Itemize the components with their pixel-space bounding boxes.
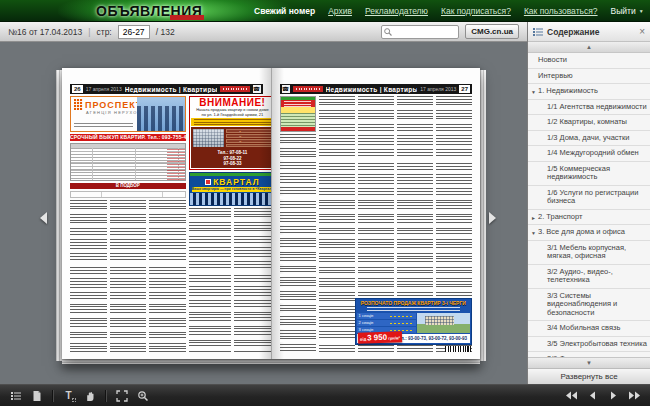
price-tag: від 3 950 грн/м² — [357, 331, 401, 344]
free-number-badge — [293, 86, 323, 92]
sidebar-item-intervyu[interactable]: Интервью — [528, 69, 650, 85]
fullscreen-button[interactable] — [113, 387, 130, 404]
building-complex-image — [417, 313, 470, 333]
attention-row: 3-комн. кв. — [226, 139, 271, 143]
book-spread: 26 17 апреля 2013 Недвижимость | Квартир… — [56, 68, 486, 364]
kvartal-skyline-image — [190, 193, 272, 205]
sidebar-item-1-5[interactable]: 1/5 Коммерческая недвижимость — [528, 162, 650, 186]
sidebar-item-1-6[interactable]: 1/6 Услуги по регистрации бизнеса — [528, 186, 650, 210]
page-field-label: стр: — [97, 27, 112, 37]
classifieds-columns — [70, 200, 186, 352]
scroll-up-button[interactable]: ▲ — [528, 42, 650, 53]
page-stack-right — [480, 70, 486, 361]
text-column — [319, 96, 355, 352]
sidebar-item-3-1[interactable]: 3/1 Мебель корпусная, мягкая, офисная — [528, 241, 650, 265]
toolbar-divider: | — [88, 27, 90, 37]
sidebar-item-1-1[interactable]: 1/1 Агентства недвижимости — [528, 100, 650, 116]
scroll-down-button[interactable]: ▼ — [528, 357, 650, 368]
contents-toggle-button[interactable] — [7, 387, 24, 404]
blue-ad-phones: Тел.: 93-00-73, 93-00-72, 93-00-93 — [396, 336, 467, 341]
page-date: 17 апреля 2013 — [86, 86, 122, 92]
sidebar-item-1-3[interactable]: 1/3 Дома, дачи, участки — [528, 131, 650, 147]
toolbar-divider — [52, 390, 53, 402]
sidebar-item-3-5[interactable]: 3/5 Электробытовая техника — [528, 337, 650, 353]
nav-how-to-use[interactable]: Как пользоваться? — [524, 6, 598, 16]
attention-ad: ВНИМАНИЕ! Начата продажа квартир в новом… — [189, 96, 272, 170]
city-skyline-image — [137, 97, 185, 131]
kvartal-title: КВАРТАЛ — [213, 177, 259, 187]
sidebar-item-3-3[interactable]: 3/3 Системы видеонаблюдения и безопаснос… — [528, 289, 650, 322]
sidebar-item-label: 1/5 Коммерческая недвижимость — [547, 164, 610, 182]
left-page-header: 26 17 апреля 2013 Недвижимость | Квартир… — [70, 84, 263, 94]
first-page-button[interactable] — [563, 387, 580, 404]
text-column — [149, 200, 186, 352]
bottom-toolbar: T — [0, 384, 650, 406]
fullscreen-icon — [116, 390, 128, 402]
pan-button[interactable] — [81, 387, 98, 404]
prev-page-icon — [588, 390, 597, 401]
sidebar-item-1-nedvizhimost[interactable]: ▼1. Недвижимость — [528, 84, 650, 100]
logout-label: Выйти — [611, 6, 636, 16]
expand-arrow-icon: ▼ — [531, 229, 536, 238]
close-icon[interactable]: × — [639, 27, 645, 37]
last-page-button[interactable] — [626, 387, 643, 404]
sidebar-item-3-4[interactable]: 3/4 Мобильная связь — [528, 321, 650, 337]
sidebar-item-3-dom-ofis[interactable]: ▼3. Все для дома и офиса — [528, 225, 650, 241]
building-render-image — [193, 129, 225, 147]
phone-icon: ☎ — [282, 85, 290, 93]
chevron-down-icon: ▼ — [639, 8, 644, 14]
hand-icon — [84, 390, 96, 402]
previous-page-arrow[interactable] — [40, 212, 47, 224]
search-icon — [383, 27, 393, 37]
attention-row: 2-комн. кв. — [226, 134, 271, 138]
last-page-icon — [628, 390, 641, 401]
prev-page-button[interactable] — [584, 387, 601, 404]
free-number-badge — [220, 86, 250, 92]
text-select-button[interactable]: T — [60, 387, 77, 404]
sidebar-item-1-4[interactable]: 1/4 Междугородний обмен — [528, 146, 650, 162]
sidebar-item-label: 2. Транспорт — [538, 212, 582, 221]
search-box — [381, 25, 459, 39]
sidebar-item-3-2[interactable]: 3/2 Аудио-, видео-, телетехника — [528, 265, 650, 289]
sidebar-item-label: 3/4 Мобильная связь — [547, 323, 620, 332]
sidebar-item-label: 1/2 Квартиры, комнаты — [547, 117, 627, 126]
zoom-in-button[interactable] — [134, 387, 151, 404]
text-column — [189, 208, 231, 352]
nav-archive[interactable]: Архив — [328, 6, 352, 16]
nav-how-to-subscribe[interactable]: Как подписаться? — [441, 6, 511, 16]
contents-icon — [10, 390, 22, 402]
sidebar-item-label: 1/3 Дома, дачи, участки — [547, 133, 629, 142]
page-date: 17 апреля 2013 — [420, 86, 456, 92]
right-page[interactable]: ☎ Недвижимость | Квартиры 17 апреля 2013… — [272, 68, 481, 359]
table-footer-bar: В ПОДБОР — [70, 183, 186, 189]
thumbnails-button[interactable] — [28, 387, 45, 404]
expand-arrow-icon: ▼ — [531, 88, 536, 97]
page-stack-bottom — [62, 359, 480, 364]
contents-sidebar: Содержание × ▲ Новости Интервью ▼1. Недв… — [527, 22, 650, 384]
page-number-input[interactable] — [118, 25, 150, 39]
contents-list: Новости Интервью ▼1. Недвижимость 1/1 Аг… — [528, 53, 650, 357]
cmg-site-button[interactable]: CMG.cn.ua — [465, 24, 519, 39]
attention-row: 1-комн. кв. — [226, 129, 271, 133]
logout-button[interactable]: Выйти ▼ — [611, 6, 644, 16]
nav-fresh-issue[interactable]: Свежий номер — [254, 6, 315, 16]
attention-body: 1-комн. кв. 2-комн. кв. 3-комн. кв. Парк… — [191, 127, 272, 149]
blue-ad-row: 2 секція — [357, 320, 416, 326]
kvartal-logo-icon — [205, 179, 211, 185]
expand-all-button[interactable]: Развернуть все — [528, 368, 650, 384]
sidebar-item-novosti[interactable]: Новости — [528, 53, 650, 69]
sidebar-item-3-6[interactable]: 3/6 Фототехника, видеокамеры — [528, 352, 650, 357]
left-page[interactable]: 26 17 апреля 2013 Недвижимость | Квартир… — [62, 68, 272, 359]
next-page-button[interactable] — [605, 387, 622, 404]
classifieds-columns — [189, 208, 272, 352]
right-page-header: ☎ Недвижимость | Квартиры 17 апреля 2013… — [280, 84, 473, 94]
sidebar-item-1-2[interactable]: 1/2 Квартиры, комнаты — [528, 115, 650, 131]
sidebar-header: Содержание × — [528, 22, 650, 42]
nav-advertisers[interactable]: Рекламодателю — [365, 6, 428, 16]
zoom-in-icon — [137, 390, 149, 402]
prospekt-address-lines — [74, 123, 133, 129]
next-page-arrow[interactable] — [489, 212, 496, 224]
text-column — [70, 200, 107, 352]
barcode — [445, 346, 471, 352]
sidebar-item-2-transport[interactable]: ►2. Транспорт — [528, 210, 650, 226]
